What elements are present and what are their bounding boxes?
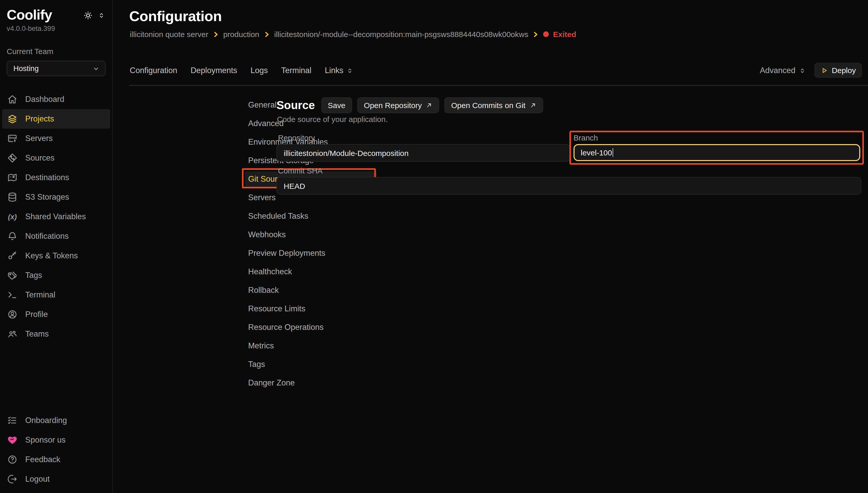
branch-input[interactable]: level-100 (573, 144, 860, 161)
chevrons-up-down-icon (346, 67, 353, 74)
map-icon (7, 172, 18, 183)
team-select-value: Hosting (14, 64, 39, 72)
status-text: Exited (553, 30, 576, 39)
sidebar-item-servers[interactable]: Servers (0, 129, 112, 148)
sidebar-item-projects[interactable]: Projects (2, 109, 110, 129)
play-icon (820, 67, 828, 74)
sidebar-item-tags[interactable]: Tags (0, 265, 112, 285)
breadcrumb-environment[interactable]: production (223, 30, 259, 39)
sidebar-item-label: Projects (25, 114, 54, 124)
open-repository-button[interactable]: Open Repository (357, 97, 439, 113)
current-team-label: Current Team (0, 47, 112, 56)
server-icon (7, 133, 18, 144)
subnav-item-danger-zone[interactable]: Danger Zone (245, 373, 377, 392)
chevron-right-icon (264, 31, 270, 37)
resource-tabs: Configuration Deployments Logs Terminal … (130, 63, 353, 78)
sidebar-item-label: Onboarding (25, 416, 67, 425)
checklist-icon (7, 415, 18, 426)
status-dot-icon (543, 31, 549, 37)
sidebar-item-onboarding[interactable]: Onboarding (0, 411, 112, 430)
sidebar-item-logout[interactable]: Logout (0, 469, 112, 489)
chevron-right-icon (533, 31, 538, 37)
sidebar-item-label: Sponsor us (25, 435, 66, 445)
tab-deployments[interactable]: Deployments (190, 66, 237, 75)
source-description: Code source of your application. (277, 115, 388, 124)
terminal-icon (7, 290, 18, 300)
subnav-item-resource-operations[interactable]: Resource Operations (245, 318, 377, 337)
team-select[interactable]: Hosting (7, 61, 106, 76)
logout-icon (7, 474, 18, 484)
sidebar-item-profile[interactable]: Profile (0, 305, 112, 324)
sidebar-footer-nav: Onboarding Sponsor us Feedback Logout (0, 411, 112, 493)
chevron-down-icon (92, 65, 100, 72)
sidebar-item-feedback[interactable]: Feedback (0, 450, 112, 469)
external-link-icon (529, 102, 536, 109)
home-icon (7, 94, 18, 105)
advanced-label: Advanced (760, 66, 796, 75)
app-version: v4.0.0-beta.399 (0, 23, 112, 33)
chevrons-up-down-icon (799, 67, 806, 74)
tabs-divider (129, 85, 868, 86)
tab-configuration[interactable]: Configuration (130, 66, 177, 75)
subnav-item-rollback[interactable]: Rollback (245, 281, 377, 300)
branch-label: Branch (573, 133, 598, 142)
sidebar-item-label: Logout (25, 474, 50, 484)
sidebar-item-terminal[interactable]: Terminal (0, 285, 112, 305)
subnav-item-healthcheck[interactable]: Healthcheck (245, 262, 377, 281)
subnav-item-tags[interactable]: Tags (245, 355, 377, 373)
subnav-item-preview-deployments[interactable]: Preview Deployments (245, 244, 377, 262)
breadcrumb-project[interactable]: illicitonion quote server (130, 30, 208, 39)
deploy-button[interactable]: Deploy (814, 63, 862, 78)
sidebar-item-label: Tags (25, 271, 42, 280)
sidebar-item-label: Keys & Tokens (25, 251, 78, 260)
tab-logs[interactable]: Logs (251, 66, 268, 75)
sidebar-item-label: Feedback (25, 455, 60, 464)
sidebar-item-s3-storages[interactable]: S3 Storages (0, 187, 112, 207)
subnav-item-webhooks[interactable]: Webhooks (245, 226, 377, 244)
key-icon (7, 251, 18, 261)
repository-label: Repository (278, 133, 315, 142)
theme-switcher-chevrons-icon[interactable] (98, 12, 105, 19)
breadcrumb: illicitonion quote server production ill… (130, 30, 576, 39)
database-icon (7, 192, 18, 202)
branch-value: level-100 (581, 148, 612, 157)
sidebar-item-teams[interactable]: Teams (0, 324, 112, 344)
sidebar-item-label: S3 Storages (25, 192, 69, 202)
commit-sha-input[interactable] (276, 177, 861, 194)
sidebar-item-label: Profile (25, 310, 48, 319)
variable-icon: (x) (7, 213, 18, 221)
sidebar-item-keys-tokens[interactable]: Keys & Tokens (0, 246, 112, 265)
app-logo: Coolify (7, 7, 52, 23)
user-circle-icon (7, 309, 18, 320)
repository-input[interactable] (276, 144, 570, 162)
open-commits-button[interactable]: Open Commits on Git (445, 97, 543, 113)
theme-sun-icon[interactable] (83, 10, 93, 20)
git-source-icon (7, 153, 18, 163)
layers-icon (7, 114, 18, 124)
sidebar-item-sponsor-us[interactable]: Sponsor us (0, 430, 112, 450)
sidebar-item-label: Terminal (25, 290, 55, 300)
sidebar-item-label: Destinations (25, 173, 69, 182)
sidebar-item-sources[interactable]: Sources (0, 148, 112, 168)
tab-terminal[interactable]: Terminal (281, 66, 312, 75)
heart-hands-icon (7, 435, 18, 445)
external-link-icon (426, 102, 433, 109)
subnav-item-resource-limits[interactable]: Resource Limits (245, 300, 377, 318)
text-caret (613, 148, 613, 157)
sidebar-item-destinations[interactable]: Destinations (0, 168, 112, 187)
subnav-item-scheduled-tasks[interactable]: Scheduled Tasks (245, 207, 377, 226)
sidebar-nav: Dashboard Projects Servers Sources Desti… (0, 89, 112, 344)
sidebar-item-dashboard[interactable]: Dashboard (0, 89, 112, 109)
tab-links[interactable]: Links (325, 66, 353, 75)
sidebar-item-shared-variables[interactable]: (x) Shared Variables (0, 207, 112, 227)
advanced-dropdown[interactable]: Advanced (760, 63, 806, 78)
save-button[interactable]: Save (321, 97, 352, 113)
chevron-right-icon (213, 31, 218, 37)
sidebar-item-notifications[interactable]: Notifications (0, 227, 112, 246)
sidebar-item-label: Servers (25, 134, 53, 143)
breadcrumb-resource[interactable]: illicitestonion/-module--decomposition:m… (274, 30, 528, 39)
sidebar: Coolify v4.0.0-beta.399 Current Team Hos… (0, 0, 113, 493)
source-header: Source Save Open Repository Open Commits… (276, 97, 543, 113)
subnav-item-metrics[interactable]: Metrics (245, 337, 377, 355)
main-content: Configuration illicitonion quote server … (113, 0, 868, 493)
